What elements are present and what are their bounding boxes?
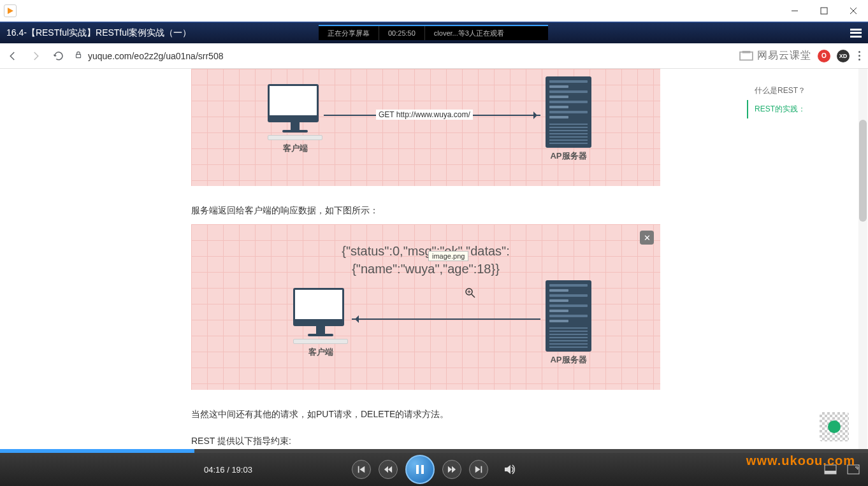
- video-title: 16.4-【RESTful实战】RESTful案例实战（一）: [6, 27, 191, 39]
- volume-button[interactable]: [503, 463, 516, 476]
- extension-icon-1[interactable]: O: [818, 50, 830, 62]
- app-icon: [4, 4, 17, 17]
- zoom-cursor-icon: [465, 288, 475, 298]
- nav-reload-button[interactable]: [51, 48, 66, 64]
- address-bar[interactable]: yuque.com/eo2z2g/ua01na/srr508: [74, 50, 732, 61]
- extension-icon-2[interactable]: XD: [837, 50, 850, 62]
- paragraph-3: REST 提供以下指导约束:: [191, 436, 660, 447]
- svg-line-9: [472, 294, 475, 297]
- lock-icon: [74, 50, 83, 61]
- client-computer-icon: 客户端: [268, 84, 322, 154]
- share-timer: 00:25:50: [379, 26, 425, 40]
- svg-marker-19: [452, 466, 456, 473]
- window-maximize-button[interactable]: [809, 0, 839, 22]
- diagram-request: 客户端 AP服务器 GET http://www.wuya.com/: [191, 69, 660, 186]
- svg-rect-12: [358, 466, 359, 473]
- svg-marker-15: [388, 466, 392, 473]
- server-icon-2: AP服务器: [546, 280, 591, 366]
- client-computer-icon-2: 客户端: [293, 288, 348, 358]
- image-tooltip: image.png: [428, 251, 468, 261]
- svg-rect-24: [825, 471, 836, 474]
- svg-rect-2: [821, 8, 827, 14]
- server-label: AP服务器: [546, 150, 591, 162]
- window-minimize-button[interactable]: [780, 0, 809, 22]
- toc-item-1[interactable]: 什么是REST？: [747, 82, 862, 100]
- prev-chapter-button[interactable]: [352, 460, 371, 479]
- svg-rect-6: [740, 52, 753, 60]
- browser-toolbar: yuque.com/eo2z2g/ua01na/srr508 网易云课堂 O X…: [0, 43, 868, 69]
- share-viewers: clover...等3人正在观看: [425, 26, 513, 40]
- playback-time: 04:16 / 19:03: [204, 465, 252, 475]
- url-text: yuque.com/eo2z2g/ua01na/srr508: [88, 51, 223, 61]
- window-titlebar: [0, 0, 868, 22]
- svg-rect-7: [742, 50, 751, 53]
- window-close-button[interactable]: [839, 0, 868, 22]
- screen-share-banner: 正在分享屏幕 00:25:50 clover...等3人正在观看: [319, 25, 548, 40]
- toc-item-2[interactable]: REST的实践：: [747, 100, 862, 118]
- paragraph-2: 当然这中间还有其他的请求，如PUT请求，DELETE的请求方法。: [191, 409, 660, 420]
- svg-marker-14: [384, 466, 388, 473]
- response-arrow: [352, 318, 540, 320]
- svg-marker-22: [505, 465, 510, 474]
- server-label-2: AP服务器: [546, 354, 591, 366]
- qr-code-widget[interactable]: [820, 412, 849, 441]
- video-player-bar: 04:16 / 19:03 www.ukoou.com: [0, 449, 868, 486]
- server-icon: AP服务器: [546, 76, 591, 162]
- next-chapter-button[interactable]: [469, 460, 488, 479]
- scrollbar-thumb[interactable]: [859, 120, 867, 222]
- svg-rect-5: [76, 54, 81, 57]
- diagram-response[interactable]: ✕ {"status":0,"msg":"ok","datas": {"name…: [191, 224, 660, 390]
- svg-marker-0: [8, 8, 13, 14]
- ribbon-menu-icon[interactable]: [850, 29, 862, 38]
- browser-menu-button[interactable]: [856, 48, 863, 63]
- svg-rect-17: [421, 465, 424, 474]
- share-status: 正在分享屏幕: [319, 26, 379, 40]
- play-pause-button[interactable]: [405, 455, 435, 484]
- nav-forward-button[interactable]: [28, 48, 43, 64]
- response-json-text: {"status":0,"msg":"ok","datas": {"name":…: [191, 242, 660, 278]
- watermark-text: www.ukoou.com: [746, 454, 855, 468]
- vertical-scrollbar[interactable]: [858, 69, 867, 449]
- toc-sidebar: 什么是REST？ REST的实践：: [741, 69, 868, 449]
- forward-button[interactable]: [442, 460, 461, 479]
- svg-rect-21: [481, 466, 482, 473]
- rewind-button[interactable]: [379, 460, 398, 479]
- svg-marker-20: [475, 466, 481, 473]
- page-content: 客户端 AP服务器 GET http://www.wuya.com/ 服务端返回…: [0, 69, 868, 449]
- svg-rect-16: [416, 465, 419, 474]
- client-label-2: 客户端: [293, 347, 348, 358]
- brand-logo: 网易云课堂: [739, 49, 811, 62]
- paragraph-1: 服务端返回给客户端的响应数据，如下图所示：: [191, 205, 660, 217]
- svg-marker-18: [448, 466, 452, 473]
- svg-marker-13: [359, 466, 365, 473]
- video-title-bar: 16.4-【RESTful实战】RESTful案例实战（一） 正在分享屏幕 00…: [0, 22, 868, 43]
- request-arrow-label: GET http://www.wuya.com/: [376, 110, 473, 120]
- client-label: 客户端: [268, 143, 322, 154]
- nav-back-button[interactable]: [5, 48, 20, 64]
